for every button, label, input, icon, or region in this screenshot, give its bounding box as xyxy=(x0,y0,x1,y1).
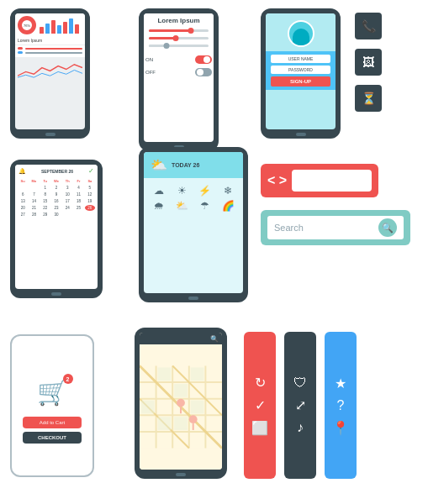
map-grid-svg xyxy=(140,344,222,470)
weather-main-icon: ⛅ xyxy=(151,157,167,173)
cal-day[interactable]: 12 xyxy=(85,192,95,197)
svg-rect-16 xyxy=(191,401,204,414)
cal-day[interactable]: 24 xyxy=(62,205,72,211)
cal-day-today[interactable]: 26 xyxy=(85,205,95,211)
music-icon: ♪ xyxy=(297,420,304,435)
search-widget: Search 🔍 xyxy=(261,210,410,245)
weather-icon: 🌈 xyxy=(219,200,239,212)
toggle-line xyxy=(25,48,82,50)
cal-day[interactable]: 15 xyxy=(40,198,50,204)
code-input-area[interactable] xyxy=(292,170,372,192)
cal-day[interactable]: 30 xyxy=(51,212,61,218)
bar-item xyxy=(63,22,67,34)
bar-item xyxy=(69,18,73,34)
phone-icon-button[interactable]: 📞 xyxy=(355,13,382,39)
toggle-line xyxy=(25,52,82,54)
cal-day[interactable]: 5 xyxy=(85,185,95,191)
cal-day[interactable] xyxy=(18,185,28,191)
map-search-icon[interactable]: 🔍 xyxy=(210,335,219,343)
frame-icon: ⬜ xyxy=(251,420,268,436)
day-name: We xyxy=(51,179,61,183)
image-icon-button[interactable]: 🖼 xyxy=(355,49,382,76)
phone-settings: Lorem Ipsum xyxy=(139,8,219,151)
add-to-cart-button[interactable]: Add to Cart xyxy=(23,417,82,428)
cal-day[interactable]: 9 xyxy=(51,192,61,197)
slider-track[interactable] xyxy=(149,45,209,47)
expand-icon: ⤢ xyxy=(295,397,306,413)
login-screen: USER NAME PASSWORD SIGN-UP xyxy=(266,13,336,129)
bar-item xyxy=(57,25,61,34)
slider-track[interactable] xyxy=(149,37,209,39)
toggle-on-switch[interactable] xyxy=(195,55,212,64)
weather-today-label: TODAY 26 xyxy=(172,162,199,168)
slider-thumb[interactable] xyxy=(188,28,193,34)
weather-icon: ❄ xyxy=(219,185,239,197)
map-area[interactable] xyxy=(140,344,222,470)
line-chart xyxy=(18,59,82,81)
cal-day[interactable]: 25 xyxy=(73,205,83,211)
password-field[interactable]: PASSWORD xyxy=(271,66,330,74)
day-name: Fr xyxy=(73,179,83,183)
cal-day[interactable]: 6 xyxy=(18,192,28,197)
slider-track[interactable] xyxy=(149,29,209,32)
toggle-knob xyxy=(197,69,203,76)
cal-day[interactable]: 10 xyxy=(62,192,72,197)
signup-button[interactable]: SIGN-UP xyxy=(271,76,330,87)
slider-thumb[interactable] xyxy=(164,43,170,49)
cal-day[interactable]: 16 xyxy=(51,198,61,204)
phone-icon: 📞 xyxy=(362,19,376,33)
bar-item xyxy=(75,24,79,34)
toggle-dot-red xyxy=(18,47,23,50)
cal-day[interactable]: 13 xyxy=(18,198,28,204)
cart-badge-wrap: 🛒 2 xyxy=(37,377,68,407)
code-editor-widget[interactable]: < > xyxy=(261,164,378,197)
cal-day[interactable]: 14 xyxy=(29,198,39,204)
phone-home-button xyxy=(45,133,55,136)
search-icon-button[interactable]: 🔍 xyxy=(378,218,397,237)
cal-day[interactable]: 3 xyxy=(62,185,72,191)
cal-day[interactable]: 8 xyxy=(40,192,50,197)
shield-icon: 🛡 xyxy=(293,375,307,391)
cal-day[interactable]: 18 xyxy=(73,198,83,204)
cal-day[interactable]: 1 xyxy=(40,185,50,191)
blue-tall-button[interactable]: ★ ? 📍 xyxy=(325,332,357,479)
hourglass-icon-button[interactable]: ⏳ xyxy=(355,85,382,112)
cal-day[interactable]: 2 xyxy=(51,185,61,191)
cal-day[interactable]: 28 xyxy=(29,212,39,218)
slider-thumb[interactable] xyxy=(172,35,178,41)
cal-day[interactable]: 11 xyxy=(73,192,83,197)
slider-fill xyxy=(149,29,191,32)
cal-day[interactable]: 22 xyxy=(40,205,50,211)
cal-day[interactable]: 7 xyxy=(29,192,39,197)
cal-day[interactable] xyxy=(29,185,39,191)
bar-item xyxy=(51,20,55,34)
phone-cart: 🛒 2 Add to Cart CHECKOUT xyxy=(10,334,94,477)
cal-day[interactable]: 4 xyxy=(73,185,83,191)
phone-home-button xyxy=(188,297,198,300)
toggle-off-switch[interactable] xyxy=(195,68,212,76)
checkout-button[interactable]: CHECKOUT xyxy=(23,432,82,444)
search-input-container[interactable]: Search 🔍 xyxy=(267,216,404,239)
cal-day[interactable]: 20 xyxy=(18,205,28,211)
cal-day[interactable]: 17 xyxy=(62,198,72,204)
phone-home-button xyxy=(176,473,186,476)
day-name: Mo xyxy=(29,179,39,183)
cal-day[interactable]: 29 xyxy=(40,212,50,218)
cal-day[interactable]: 21 xyxy=(29,205,39,211)
check-icon: ✓ xyxy=(88,167,94,175)
username-field[interactable]: USER NAME xyxy=(271,55,330,63)
dark-tall-button[interactable]: 🛡 ⤢ ♪ xyxy=(284,332,316,479)
settings-title: Lorem Ipsum xyxy=(144,13,214,26)
toggle-knob xyxy=(203,56,210,63)
cal-day[interactable]: 23 xyxy=(51,205,61,211)
bell-icon: 🔔 xyxy=(18,168,26,175)
weather-icon: ☂ xyxy=(195,200,215,212)
weather-icon: 🌧 xyxy=(149,200,169,212)
red-tall-button[interactable]: ↻ ✓ ⬜ xyxy=(244,332,276,479)
cal-day[interactable]: 27 xyxy=(18,212,28,218)
settings-screen: Lorem Ipsum xyxy=(144,13,214,142)
phone-map: 🔍 xyxy=(135,328,227,479)
phone-weather: ⛅ TODAY 26 ☁ ☀ ⚡ ❄ 🌧 ⛅ ☂ 🌈 xyxy=(139,147,248,302)
weather-screen: ⛅ TODAY 26 ☁ ☀ ⚡ ❄ 🌧 ⛅ ☂ 🌈 xyxy=(144,152,243,293)
cal-day[interactable]: 19 xyxy=(85,198,95,204)
